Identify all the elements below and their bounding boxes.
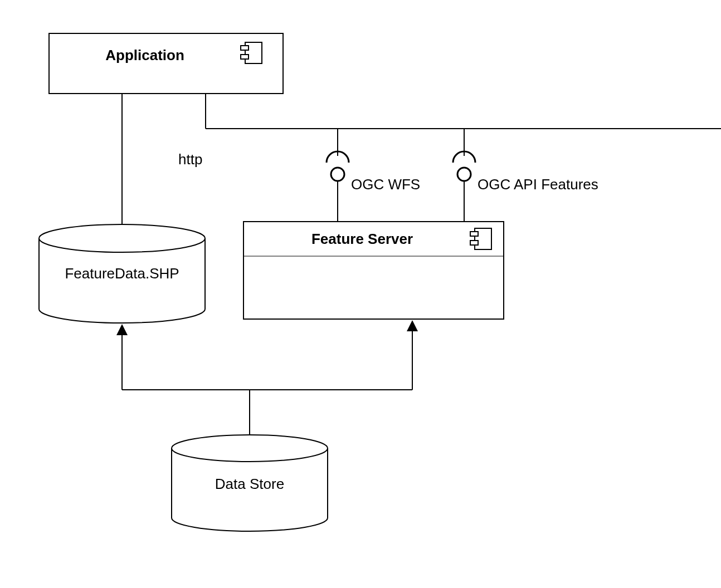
ogc-wfs-interface: OGC WFS [327,129,420,222]
http-label: http [178,151,202,168]
svg-rect-18 [470,232,478,236]
application-component: Application [49,33,283,94]
svg-point-24 [172,435,328,462]
svg-point-8 [457,168,471,181]
ogc-api-features-interface: OGC API Features [453,129,598,222]
data-store-cylinder: Data Store [172,435,328,531]
feature-server-component: Feature Server [243,222,504,319]
data-store-label: Data Store [215,476,284,492]
featuredata-shp-cylinder: FeatureData.SHP [39,224,205,323]
datastore-to-featuredata-arrow [116,324,412,435]
svg-point-5 [331,168,344,181]
svg-rect-19 [470,241,478,245]
svg-rect-2 [241,46,249,50]
feature-server-label: Feature Server [311,231,413,247]
svg-marker-28 [116,324,128,335]
ogc-wfs-label: OGC WFS [351,176,420,193]
svg-rect-3 [241,55,249,59]
datastore-to-featureserver-arrow [407,320,418,390]
svg-marker-30 [407,320,418,331]
ogc-api-features-label: OGC API Features [478,176,598,193]
application-label: Application [105,47,184,63]
architecture-diagram: Application http OGC WFS OGC API Feature… [0,0,721,588]
svg-point-14 [39,224,205,252]
featuredata-shp-label: FeatureData.SHP [65,265,179,282]
